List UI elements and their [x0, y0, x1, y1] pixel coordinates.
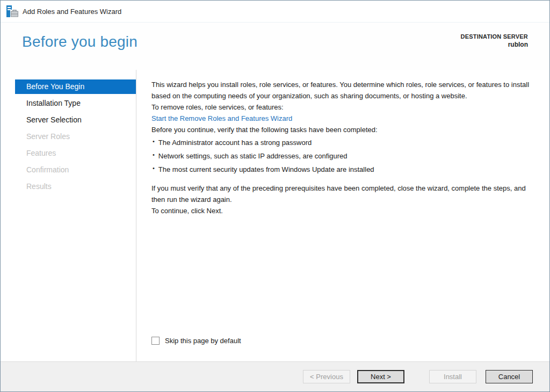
verify-note: If you must verify that any of the prece… — [151, 183, 531, 205]
bullet-icon: • — [153, 135, 155, 147]
install-button: Install — [429, 370, 476, 383]
sidebar-item-installation-type[interactable]: Installation Type — [15, 96, 136, 111]
destination-server-label: DESTINATION SERVER — [461, 33, 528, 40]
continue-note: To continue, click Next. — [151, 205, 531, 216]
page-title: Before you begin — [22, 33, 138, 50]
list-item: •The most current security updates from … — [151, 162, 531, 176]
list-item: •The Administrator account has a strong … — [151, 135, 531, 149]
skip-page-checkbox[interactable] — [151, 337, 160, 345]
title-bar: Add Roles and Features Wizard — [1, 1, 549, 23]
remove-roles-block: To remove roles, role services, or featu… — [151, 101, 531, 124]
prerequisite-task-list: •The Administrator account has a strong … — [151, 135, 531, 176]
skip-page-label[interactable]: Skip this page by default — [165, 335, 241, 346]
intro-paragraph: This wizard helps you install roles, rol… — [151, 79, 531, 101]
window-title: Add Roles and Features Wizard — [23, 8, 121, 16]
sidebar-item-before-you-begin[interactable]: Before You Begin — [15, 79, 136, 94]
wizard-body: Before You Begin Installation Type Serve… — [1, 70, 549, 361]
sidebar-item-features: Features — [15, 146, 136, 161]
roles-wizard-icon — [5, 5, 18, 18]
sidebar-item-server-selection[interactable]: Server Selection — [15, 113, 136, 127]
list-item: •Network settings, such as static IP add… — [151, 149, 531, 162]
previous-button: < Previous — [303, 370, 350, 383]
verify-intro: Before you continue, verify that the fol… — [151, 124, 531, 135]
sidebar-item-confirmation: Confirmation — [15, 163, 136, 177]
sidebar-item-server-roles: Server Roles — [15, 129, 136, 144]
wizard-footer: < Previous Next > Install Cancel — [1, 361, 549, 391]
task-text: The most current security updates from W… — [158, 165, 374, 173]
destination-server-name: rublon — [461, 41, 528, 48]
wizard-header: Before you begin DESTINATION SERVER rubl… — [1, 23, 549, 70]
task-text: Network settings, such as static IP addr… — [158, 152, 348, 160]
next-button[interactable]: Next > — [357, 370, 404, 383]
wizard-content: This wizard helps you install roles, rol… — [136, 70, 549, 361]
skip-page-row: Skip this page by default — [151, 335, 241, 346]
cancel-button[interactable]: Cancel — [486, 370, 533, 383]
destination-server-block: DESTINATION SERVER rublon — [461, 33, 528, 48]
wizard-steps-sidebar: Before You Begin Installation Type Serve… — [1, 70, 136, 361]
sidebar-item-results: Results — [15, 179, 136, 194]
remove-roles-prompt: To remove roles, role services, or featu… — [151, 103, 284, 111]
remove-roles-wizard-link[interactable]: Start the Remove Roles and Features Wiza… — [151, 114, 292, 122]
bullet-icon: • — [153, 149, 155, 161]
task-text: The Administrator account has a strong p… — [158, 139, 312, 147]
bullet-icon: • — [153, 162, 155, 174]
